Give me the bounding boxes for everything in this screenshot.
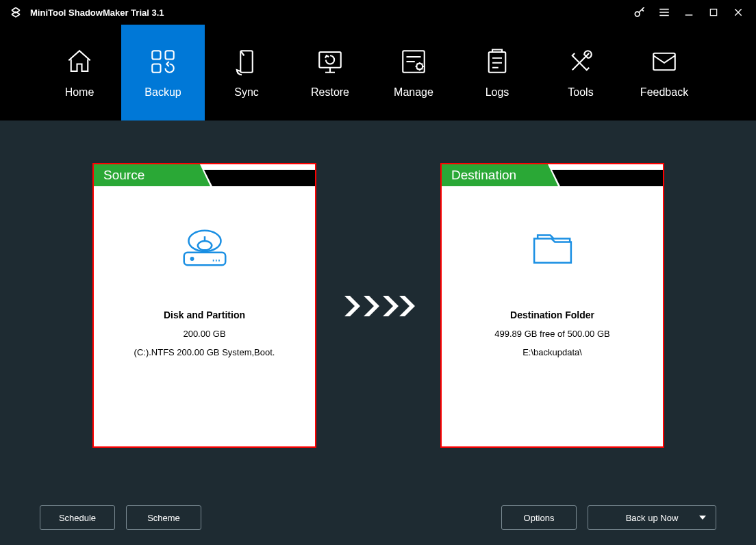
svg-point-11 bbox=[190, 257, 192, 259]
source-header-label: Source bbox=[94, 164, 210, 186]
destination-card-header: Destination bbox=[442, 164, 663, 192]
key-icon[interactable] bbox=[627, 0, 652, 25]
tab-label: Feedback bbox=[640, 86, 688, 99]
minimize-button[interactable] bbox=[677, 0, 701, 25]
tab-label: Logs bbox=[486, 86, 509, 99]
close-button[interactable] bbox=[726, 0, 751, 25]
tab-backup[interactable]: Backup bbox=[121, 25, 205, 121]
restore-icon bbox=[316, 47, 344, 77]
tab-feedback[interactable]: Feedback bbox=[622, 25, 706, 121]
menu-icon[interactable] bbox=[652, 0, 677, 25]
source-detail: (C:).NTFS 200.00 GB System,Boot. bbox=[94, 347, 315, 357]
manage-icon bbox=[399, 47, 428, 77]
sync-icon bbox=[232, 47, 261, 77]
svg-point-0 bbox=[635, 12, 640, 16]
feedback-icon bbox=[650, 47, 679, 77]
backup-now-button[interactable]: Back up Now bbox=[588, 505, 716, 530]
tools-icon bbox=[566, 47, 595, 77]
chevron-down-icon bbox=[699, 516, 706, 520]
tab-tools[interactable]: Tools bbox=[539, 25, 622, 121]
destination-card[interactable]: Destination Destination Folder 499.89 GB… bbox=[440, 163, 664, 448]
tab-logs[interactable]: Logs bbox=[455, 25, 539, 121]
header-bar bbox=[204, 170, 315, 186]
source-card-header: Source bbox=[94, 164, 315, 192]
app-title: MiniTool ShadowMaker Trial 3.1 bbox=[30, 8, 627, 18]
source-size: 200.00 GB bbox=[94, 329, 315, 339]
tab-restore[interactable]: Restore bbox=[288, 25, 372, 121]
svg-rect-5 bbox=[319, 52, 341, 68]
schedule-button[interactable]: Schedule bbox=[40, 505, 115, 530]
home-icon bbox=[65, 47, 94, 77]
tab-home[interactable]: Home bbox=[38, 25, 121, 121]
svg-rect-4 bbox=[152, 64, 160, 73]
source-card[interactable]: Source Disk and Partition 200.00 GB (C:)… bbox=[92, 163, 316, 448]
titlebar: MiniTool ShadowMaker Trial 3.1 bbox=[0, 0, 756, 25]
tab-manage[interactable]: Manage bbox=[372, 25, 455, 121]
source-title: Disk and Partition bbox=[94, 309, 315, 320]
svg-rect-9 bbox=[653, 53, 675, 71]
maximize-button[interactable] bbox=[701, 0, 726, 25]
bottom-toolbar: Schedule Scheme Options Back up Now bbox=[0, 505, 756, 530]
svg-rect-1 bbox=[710, 9, 716, 15]
svg-rect-2 bbox=[152, 51, 160, 59]
svg-rect-3 bbox=[166, 51, 174, 59]
app-logo-icon bbox=[10, 6, 22, 18]
scheme-button[interactable]: Scheme bbox=[126, 505, 201, 530]
destination-header-label: Destination bbox=[442, 164, 558, 186]
disk-icon bbox=[94, 219, 315, 277]
folder-icon bbox=[442, 219, 663, 277]
tab-label: Manage bbox=[394, 86, 433, 99]
tab-label: Home bbox=[65, 86, 94, 99]
tab-sync[interactable]: Sync bbox=[205, 25, 288, 121]
logs-icon bbox=[483, 47, 512, 77]
backup-icon bbox=[149, 47, 177, 77]
tab-label: Backup bbox=[144, 86, 181, 99]
arrow-icon bbox=[338, 292, 420, 320]
destination-size: 499.89 GB free of 500.00 GB bbox=[442, 329, 663, 339]
destination-title: Destination Folder bbox=[442, 309, 663, 320]
content-area: Source Disk and Partition 200.00 GB (C:)… bbox=[0, 121, 756, 470]
tab-label: Tools bbox=[568, 86, 593, 99]
options-button[interactable]: Options bbox=[501, 505, 577, 530]
destination-path: E:\backupdata\ bbox=[442, 347, 663, 357]
header-bar bbox=[552, 170, 663, 186]
tab-label: Sync bbox=[234, 86, 259, 99]
tab-label: Restore bbox=[311, 86, 349, 99]
backup-now-label: Back up Now bbox=[626, 513, 679, 523]
main-nav: Home Backup Sync Restore Manage bbox=[0, 25, 756, 121]
